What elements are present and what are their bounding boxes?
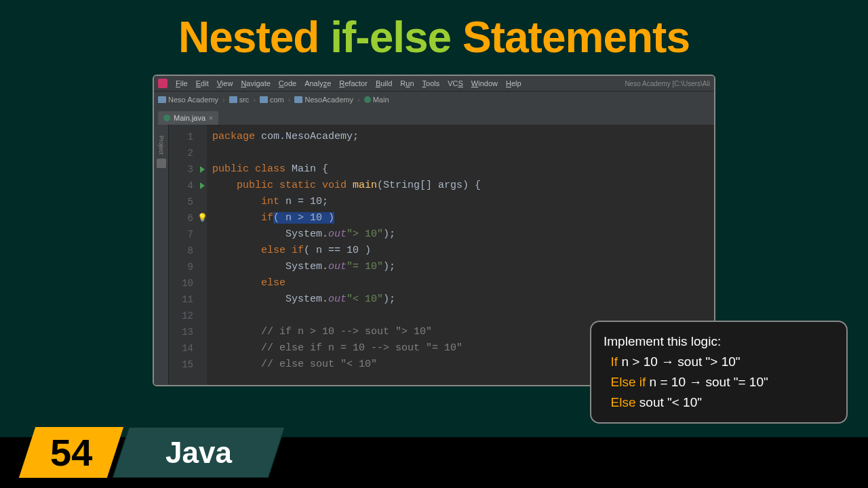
class-icon <box>163 115 170 121</box>
app-logo-icon <box>158 79 167 88</box>
close-icon[interactable]: × <box>209 115 213 122</box>
folder-icon <box>294 96 302 103</box>
menu-navigate[interactable]: Navigate <box>241 79 270 87</box>
folder-icon <box>260 96 268 103</box>
breadcrumb-item[interactable]: Neso Academy <box>158 96 218 104</box>
menu-window[interactable]: Window <box>471 79 498 87</box>
logic-callout: Implement this logic: If n > 10 → sout "… <box>590 321 848 424</box>
menu-build[interactable]: Build <box>376 79 392 87</box>
breadcrumb-item[interactable]: com <box>260 96 284 104</box>
menu-view[interactable]: View <box>217 79 233 87</box>
folder-icon <box>229 96 237 103</box>
tab-label: Main.java <box>174 114 205 122</box>
tab-bar: Main.java × <box>154 107 714 125</box>
run-gutter-icon[interactable] <box>200 166 205 173</box>
gutter-marks <box>197 125 207 385</box>
project-tool-label[interactable]: Project <box>158 136 165 155</box>
run-gutter-icon[interactable] <box>200 182 205 189</box>
menubar: File Edit View Navigate Code Analyze Ref… <box>154 76 714 91</box>
episode-number: 54 <box>19 427 123 478</box>
menu-tools[interactable]: Tools <box>422 79 440 87</box>
menu-vcs[interactable]: VCS <box>448 79 463 87</box>
page-title: Nested if-else Statements <box>0 12 868 62</box>
menu-help[interactable]: Help <box>506 79 521 87</box>
menu-file[interactable]: File <box>176 79 188 87</box>
callout-title: Implement this logic: <box>604 331 834 352</box>
menu-code[interactable]: Code <box>279 79 296 87</box>
menu-analyze[interactable]: Analyze <box>304 79 331 87</box>
breadcrumb-item[interactable]: NesoAcademy <box>294 96 353 104</box>
class-icon <box>364 96 371 103</box>
line-gutter: 123456789101112131415 <box>169 125 197 385</box>
breadcrumb: Neso Academy › src › com › NesoAcademy ›… <box>154 91 714 107</box>
bulb-icon[interactable]: 💡 <box>197 210 208 226</box>
tab-main-java[interactable]: Main.java × <box>158 111 218 125</box>
menu-refactor[interactable]: Refactor <box>339 79 368 87</box>
menu-edit[interactable]: Edit <box>196 79 209 87</box>
sidebar-icon[interactable] <box>157 159 166 168</box>
window-path: Neso Academy [C:\Users\Ali <box>625 80 710 87</box>
tool-sidebar: Project <box>154 125 169 385</box>
language-badge: Java <box>113 427 285 478</box>
callout-line: Else if n = 10 → sout "= 10" <box>604 372 834 392</box>
callout-line: Else sout "< 10" <box>604 392 834 413</box>
menu-run[interactable]: Run <box>400 79 414 87</box>
breadcrumb-item[interactable]: src <box>229 96 250 104</box>
callout-line: If n > 10 → sout "> 10" <box>604 352 834 372</box>
folder-icon <box>158 96 166 103</box>
breadcrumb-item[interactable]: Main <box>364 96 389 104</box>
